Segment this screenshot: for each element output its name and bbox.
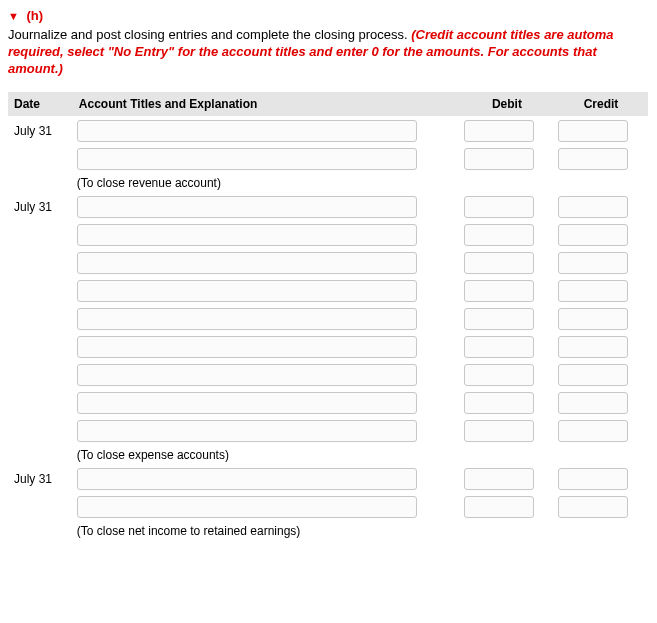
credit-input[interactable] <box>558 336 628 358</box>
date-cell <box>8 221 73 249</box>
date-cell <box>8 277 73 305</box>
debit-cell <box>460 193 554 221</box>
credit-input[interactable] <box>558 496 628 518</box>
debit-input[interactable] <box>464 308 534 330</box>
account-title-input[interactable] <box>77 120 417 142</box>
table-row: July 31 <box>8 465 648 493</box>
debit-cell <box>460 417 554 445</box>
debit-cell <box>460 221 554 249</box>
credit-cell <box>554 493 648 521</box>
date-cell: July 31 <box>8 465 73 493</box>
debit-input[interactable] <box>464 120 534 142</box>
collapse-triangle-icon[interactable]: ▼ <box>8 10 19 22</box>
explanation-row: (To close revenue account) <box>8 173 648 193</box>
date-cell <box>8 493 73 521</box>
debit-input[interactable] <box>464 496 534 518</box>
date-cell <box>8 333 73 361</box>
table-row <box>8 305 648 333</box>
table-row <box>8 417 648 445</box>
debit-input[interactable] <box>464 420 534 442</box>
debit-cell <box>460 249 554 277</box>
debit-input[interactable] <box>464 280 534 302</box>
table-row <box>8 361 648 389</box>
date-cell <box>8 305 73 333</box>
credit-cell <box>554 145 648 173</box>
credit-input[interactable] <box>558 224 628 246</box>
date-cell <box>8 249 73 277</box>
col-debit-header: Debit <box>460 92 554 117</box>
instructions-plain: Journalize and post closing entries and … <box>8 27 411 42</box>
debit-input[interactable] <box>464 336 534 358</box>
table-row <box>8 277 648 305</box>
credit-cell <box>554 333 648 361</box>
empty-cell <box>8 445 73 465</box>
account-title-input[interactable] <box>77 496 417 518</box>
acct-cell <box>73 417 460 445</box>
credit-input[interactable] <box>558 148 628 170</box>
credit-input[interactable] <box>558 392 628 414</box>
debit-cell <box>460 361 554 389</box>
credit-cell <box>554 361 648 389</box>
debit-input[interactable] <box>464 364 534 386</box>
debit-input[interactable] <box>464 224 534 246</box>
acct-cell <box>73 221 460 249</box>
credit-input[interactable] <box>558 120 628 142</box>
credit-input[interactable] <box>558 280 628 302</box>
table-row <box>8 493 648 521</box>
table-row <box>8 145 648 173</box>
explanation-row: (To close expense accounts) <box>8 445 648 465</box>
acct-cell <box>73 389 460 417</box>
date-cell <box>8 417 73 445</box>
debit-input[interactable] <box>464 252 534 274</box>
acct-cell <box>73 193 460 221</box>
debit-input[interactable] <box>464 392 534 414</box>
account-title-input[interactable] <box>77 420 417 442</box>
account-title-input[interactable] <box>77 308 417 330</box>
account-title-input[interactable] <box>77 468 417 490</box>
account-title-input[interactable] <box>77 224 417 246</box>
acct-cell <box>73 333 460 361</box>
acct-cell <box>73 493 460 521</box>
credit-cell <box>554 277 648 305</box>
debit-cell <box>460 389 554 417</box>
col-date-header: Date <box>8 92 73 117</box>
account-title-input[interactable] <box>77 196 417 218</box>
credit-input[interactable] <box>558 252 628 274</box>
acct-cell <box>73 116 460 145</box>
journal-table: Date Account Titles and Explanation Debi… <box>8 92 648 541</box>
debit-cell <box>460 465 554 493</box>
credit-input[interactable] <box>558 196 628 218</box>
credit-cell <box>554 221 648 249</box>
debit-cell <box>460 277 554 305</box>
debit-input[interactable] <box>464 468 534 490</box>
debit-cell <box>460 333 554 361</box>
account-title-input[interactable] <box>77 364 417 386</box>
table-row: July 31 <box>8 193 648 221</box>
account-title-input[interactable] <box>77 336 417 358</box>
empty-cell <box>8 173 73 193</box>
table-row <box>8 389 648 417</box>
account-title-input[interactable] <box>77 280 417 302</box>
credit-input[interactable] <box>558 468 628 490</box>
account-title-input[interactable] <box>77 148 417 170</box>
credit-input[interactable] <box>558 308 628 330</box>
explanation-text: (To close revenue account) <box>73 173 648 193</box>
section-header: ▼ (h) <box>8 8 649 23</box>
credit-cell <box>554 249 648 277</box>
col-acct-header: Account Titles and Explanation <box>73 92 460 117</box>
debit-input[interactable] <box>464 148 534 170</box>
debit-input[interactable] <box>464 196 534 218</box>
account-title-input[interactable] <box>77 392 417 414</box>
credit-cell <box>554 116 648 145</box>
table-row <box>8 333 648 361</box>
date-cell <box>8 389 73 417</box>
acct-cell <box>73 145 460 173</box>
account-title-input[interactable] <box>77 252 417 274</box>
credit-input[interactable] <box>558 420 628 442</box>
explanation-row: (To close net income to retained earning… <box>8 521 648 541</box>
date-cell: July 31 <box>8 116 73 145</box>
credit-input[interactable] <box>558 364 628 386</box>
credit-cell <box>554 389 648 417</box>
credit-cell <box>554 417 648 445</box>
debit-cell <box>460 145 554 173</box>
